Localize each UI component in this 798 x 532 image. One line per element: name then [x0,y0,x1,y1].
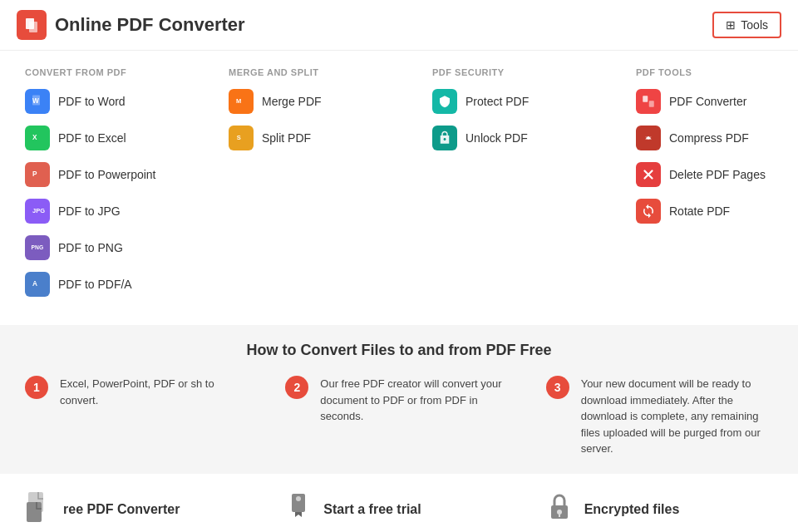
how-to-section: How to Convert Files to and from PDF Fre… [0,325,798,474]
step-1-text: Excel, PowerPoint, PDF or sh to convert. [60,376,252,408]
merge-pdf-icon: M [229,89,254,114]
rotate-pdf-icon [636,199,661,224]
trial-icon [285,490,312,530]
nav-item-split-pdf[interactable]: S Split PDF [229,126,366,150]
step-2-number: 2 [285,376,308,399]
pdf-to-jpg-icon: JPG [25,199,50,224]
pdf-to-excel-icon: X [25,126,50,150]
svg-text:JPG: JPG [32,207,45,214]
nav-section-tools: PDF TOOLS PDF Converter Compress PDF Del… [636,67,773,308]
nav-item-delete-pdf-pages[interactable]: Delete PDF Pages [636,162,773,187]
svg-rect-12 [643,96,648,102]
svg-text:PNG: PNG [32,244,44,250]
nav-section-security: PDF SECURITY Protect PDF Unlock PDF [432,67,569,308]
header: Online PDF Converter ⊞ Tools [0,0,798,51]
nav-item-compress-pdf[interactable]: Compress PDF [636,126,773,150]
pdf-to-png-label: PDF to PNG [58,241,123,254]
pdf-converter-icon [636,89,661,114]
compress-pdf-label: Compress PDF [669,131,749,145]
delete-pdf-pages-label: Delete PDF Pages [669,168,766,181]
svg-text:W: W [32,97,39,105]
how-to-steps: 1 Excel, PowerPoint, PDF or sh to conver… [25,376,773,457]
pdf-converter-label: PDF Converter [669,95,746,108]
feature-free-title: ree PDF Converter [63,502,180,517]
split-pdf-icon: S [229,126,254,150]
svg-rect-2 [26,18,34,29]
nav-section-title-merge: MERGE AND SPLIT [229,67,366,77]
features-section: ree PDF Converter files you need to conv… [0,474,798,533]
protect-pdf-label: Protect PDF [466,95,529,108]
nav-item-pdf-to-powerpoint[interactable]: P PDF to Powerpoint [25,162,162,187]
pdf-to-excel-label: PDF to Excel [58,131,126,145]
delete-pdf-pages-icon [636,162,661,187]
feature-free-header: ree PDF Converter [25,490,180,530]
feature-free: ree PDF Converter files you need to conv… [25,490,252,533]
step-1-number: 1 [25,376,48,399]
nav-section-convert: CONVERT FROM PDF W PDF to Word X PDF to … [25,67,162,308]
tools-button[interactable]: ⊞ Tools [712,12,781,38]
pdf-to-pdfa-icon: A [25,272,50,297]
compress-pdf-icon [636,126,661,150]
feature-trial: Start a free trial With a free trial of … [285,490,512,533]
pdf-to-png-icon: PNG [25,235,50,260]
nav-section-title-tools: PDF TOOLS [636,67,773,77]
encrypted-icon [546,490,573,530]
pdf-to-powerpoint-label: PDF to Powerpoint [58,168,156,181]
step-3-text: Your new document will be ready to downl… [581,376,773,457]
feature-encrypted-title: Encrypted files [584,502,680,517]
feature-encrypted: Encrypted files We care about the privac… [546,490,773,533]
header-left: Online PDF Converter [17,10,245,40]
step-2-text: Our free PDF creator will convert your d… [320,376,512,425]
nav-item-pdf-converter[interactable]: PDF Converter [636,89,773,114]
nav-item-protect-pdf[interactable]: Protect PDF [432,89,569,114]
nav-item-merge-pdf[interactable]: M Merge PDF [229,89,366,114]
step-3: 3 Your new document will be ready to dow… [546,376,773,457]
tools-label: Tools [741,18,768,32]
site-title: Online PDF Converter [55,14,245,36]
nav-menu: CONVERT FROM PDF W PDF to Word X PDF to … [0,51,798,308]
merge-pdf-label: Merge PDF [262,95,322,108]
feature-trial-title: Start a free trial [323,502,421,517]
free-converter-icon [25,490,52,530]
nav-section-title-security: PDF SECURITY [432,67,569,77]
unlock-pdf-icon [432,126,457,150]
step-3-number: 3 [546,376,569,399]
nav-item-rotate-pdf[interactable]: Rotate PDF [636,199,773,224]
svg-text:X: X [32,134,37,141]
svg-text:A: A [32,280,37,288]
nav-item-unlock-pdf[interactable]: Unlock PDF [432,126,569,150]
feature-trial-header: Start a free trial [285,490,421,530]
how-to-title: How to Convert Files to and from PDF Fre… [25,342,773,359]
svg-text:S: S [237,134,241,141]
feature-encrypted-header: Encrypted files [546,490,680,530]
svg-rect-15 [27,502,42,522]
pdf-to-word-label: PDF to Word [58,95,126,108]
step-1: 1 Excel, PowerPoint, PDF or sh to conver… [25,376,252,457]
nav-item-pdf-to-png[interactable]: PNG PDF to PNG [25,235,162,260]
nav-item-pdf-to-pdfa[interactable]: A PDF to PDF/A [25,272,162,297]
svg-text:P: P [32,170,37,178]
pdf-to-pdfa-label: PDF to PDF/A [58,278,132,291]
step-2: 2 Our free PDF creator will convert your… [285,376,512,457]
protect-pdf-icon [432,89,457,114]
nav-section-merge: MERGE AND SPLIT M Merge PDF S Split PDF [229,67,366,308]
svg-point-19 [557,510,562,515]
nav-section-title-convert: CONVERT FROM PDF [25,67,162,77]
svg-rect-13 [649,101,654,107]
pdf-to-powerpoint-icon: P [25,162,50,187]
pdf-to-word-icon: W [25,89,50,114]
svg-point-17 [296,496,301,501]
pdf-to-jpg-label: PDF to JPG [58,204,121,218]
svg-text:M: M [236,97,241,105]
nav-item-pdf-to-excel[interactable]: X PDF to Excel [25,126,162,150]
split-pdf-label: Split PDF [262,131,311,145]
tools-grid-icon: ⊞ [726,18,736,32]
nav-item-pdf-to-jpg[interactable]: JPG PDF to JPG [25,199,162,224]
unlock-pdf-label: Unlock PDF [466,131,528,145]
nav-item-pdf-to-word[interactable]: W PDF to Word [25,89,162,114]
rotate-pdf-label: Rotate PDF [669,204,730,218]
logo-icon [17,10,47,40]
